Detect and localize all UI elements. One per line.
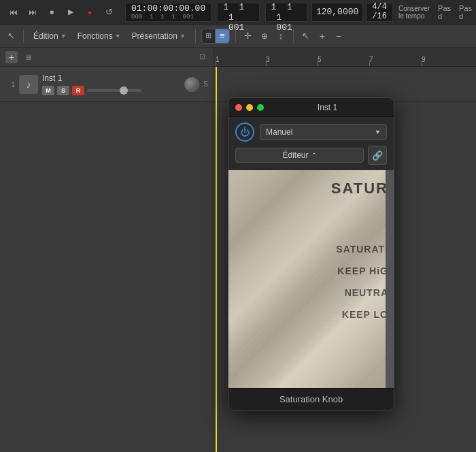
conserver-tempo-label: Conserver le tempo xyxy=(394,5,434,20)
ruler-line-3 xyxy=(266,61,267,66)
fonctions-menu[interactable]: Fonctions ▼ xyxy=(73,29,125,43)
minus-icon[interactable]: − xyxy=(332,29,345,43)
cycle-button[interactable]: ↺ xyxy=(101,4,117,20)
plugin-window: Inst 1 ⏻ Manuel ▼ Éditeur xyxy=(228,97,394,410)
rewind-button[interactable]: ⏮ xyxy=(5,4,22,20)
track-number: 1 xyxy=(5,80,15,88)
edition-chevron: ▼ xyxy=(61,33,67,39)
toolbar-separator-1 xyxy=(23,29,24,43)
track-info: Inst 1 M S R xyxy=(42,74,180,95)
track-name: Inst 1 xyxy=(42,74,180,83)
track-pan-knob[interactable] xyxy=(184,77,199,92)
merge-icon[interactable]: ⊕ xyxy=(258,29,271,43)
plugin-footer: Saturation Knob xyxy=(228,388,394,410)
plugin-saturation-label: SATURATI xyxy=(336,244,388,255)
plugin-top-label: SATUR xyxy=(331,180,388,197)
cursor-tool-icon[interactable]: ✛ xyxy=(241,29,255,43)
preset-chevron: ▼ xyxy=(375,129,381,135)
main-content: + 🖥 ⊡ 1 ♪ Inst 1 M S R S xyxy=(0,48,476,452)
ruler-line-7 xyxy=(369,61,370,66)
edition-menu[interactable]: Édition ▼ xyxy=(29,29,71,43)
fast-forward-button[interactable]: ⏭ xyxy=(24,4,41,20)
presentation-chevron: ▼ xyxy=(180,33,186,39)
plugin-keep-high-label: KEEP HiG xyxy=(337,265,388,276)
time-display[interactable]: 01:00:00:00.00 000 1 1 1 001 xyxy=(125,3,211,22)
record-button[interactable]: ● xyxy=(82,4,98,20)
window-close-dot[interactable] xyxy=(235,104,242,111)
track-icon: ♪ xyxy=(19,75,38,94)
track-header-icon[interactable]: 🖥 xyxy=(22,51,34,63)
plugin-sidebar xyxy=(386,170,394,388)
presentation-menu[interactable]: Présentation ▼ xyxy=(128,29,190,43)
track-fader-thumb[interactable] xyxy=(120,86,128,95)
pas-label1: Pas d xyxy=(434,4,455,20)
track-row: 1 ♪ Inst 1 M S R S xyxy=(0,67,214,102)
window-maximize-dot[interactable] xyxy=(257,104,264,111)
track-list-header: + 🖥 ⊡ xyxy=(0,48,214,67)
tempo-display[interactable]: 120,0000 xyxy=(311,3,363,22)
grid-view-icon[interactable]: ⊞ xyxy=(202,29,216,43)
fonctions-chevron: ▼ xyxy=(115,33,121,39)
track-resize-button[interactable]: ⊡ xyxy=(196,51,208,63)
plugin-keep-low-label: KEEP LO xyxy=(342,309,388,320)
plugin-link-button[interactable]: 🔗 xyxy=(368,146,387,165)
plugin-row-2: Éditeur ⌃ 🔗 xyxy=(235,146,387,165)
window-minimize-dot[interactable] xyxy=(246,104,253,111)
arrow-icon[interactable]: ↕ xyxy=(274,29,288,43)
plugin-title: Inst 1 xyxy=(268,103,387,112)
plugin-editor-tab[interactable]: Éditeur ⌃ xyxy=(235,148,364,163)
list-view-icon[interactable]: ≡ xyxy=(216,29,229,43)
add-track-button[interactable]: + xyxy=(5,51,18,63)
transport-bar: ⏮ ⏭ ■ ▶ ● ↺ 01:00:00:00.00 000 1 1 1 001… xyxy=(0,0,476,25)
ruler: 1 3 5 7 9 xyxy=(214,48,476,67)
track-list: + 🖥 ⊡ 1 ♪ Inst 1 M S R S xyxy=(0,48,214,452)
power-icon: ⏻ xyxy=(240,127,250,138)
ruler-line-1 xyxy=(216,61,216,66)
editor-arrow: ⌃ xyxy=(311,152,317,159)
ruler-line-9 xyxy=(422,61,422,66)
arrange-tracks: Inst 1 ⏻ Manuel ▼ Éditeur xyxy=(214,67,476,452)
time-signature[interactable]: 4/4 /16 xyxy=(366,3,393,22)
plugin-row-1: ⏻ Manuel ▼ xyxy=(235,123,387,142)
plugin-body: SATUR SATURATI KEEP HiG NEUTRA KEEP LO xyxy=(228,170,394,388)
select-tool-icon[interactable]: ↖ xyxy=(299,29,313,43)
bar-beat-display[interactable]: 005 1 1 1 001 xyxy=(265,3,307,22)
position-display[interactable]: 000 1 1 1 001 xyxy=(217,3,259,22)
play-button[interactable]: ▶ xyxy=(63,4,79,20)
track-controls: M S R xyxy=(42,86,180,95)
pas-label2: Pas d xyxy=(455,4,476,20)
track-volume-fader[interactable] xyxy=(87,89,141,92)
solo-button[interactable]: S xyxy=(57,86,69,95)
stop-button[interactable]: ■ xyxy=(44,4,60,20)
transport-controls: ⏮ ⏭ ■ ▶ ● ↺ xyxy=(0,0,122,24)
track-channel: S xyxy=(203,80,208,88)
plugin-labels: SATURATI KEEP HiG NEUTRA KEEP LO xyxy=(336,244,388,320)
toolbar-separator-4 xyxy=(293,29,294,43)
plugin-titlebar: Inst 1 xyxy=(228,98,394,117)
pointer-icon[interactable]: ↖ xyxy=(4,29,18,43)
plugin-controls: ⏻ Manuel ▼ Éditeur ⌃ 🔗 xyxy=(228,117,394,170)
link-icon: 🔗 xyxy=(372,150,383,161)
toolbar-separator-3 xyxy=(235,29,236,43)
plugin-power-button[interactable]: ⏻ xyxy=(235,123,254,142)
record-arm-button[interactable]: R xyxy=(72,86,84,95)
mute-button[interactable]: M xyxy=(42,86,54,95)
arrange-area: 1 3 5 7 9 Inst 1 xyxy=(214,48,476,452)
plugin-preset-selector[interactable]: Manuel ▼ xyxy=(260,124,387,140)
toolbar-separator-2 xyxy=(195,29,196,43)
plugin-neutral-label: NEUTRA xyxy=(345,287,388,298)
ruler-line-5 xyxy=(318,61,318,66)
playhead xyxy=(216,67,217,452)
plus-icon[interactable]: + xyxy=(316,29,329,43)
view-toggle-group: ⊞ ≡ xyxy=(201,29,230,44)
